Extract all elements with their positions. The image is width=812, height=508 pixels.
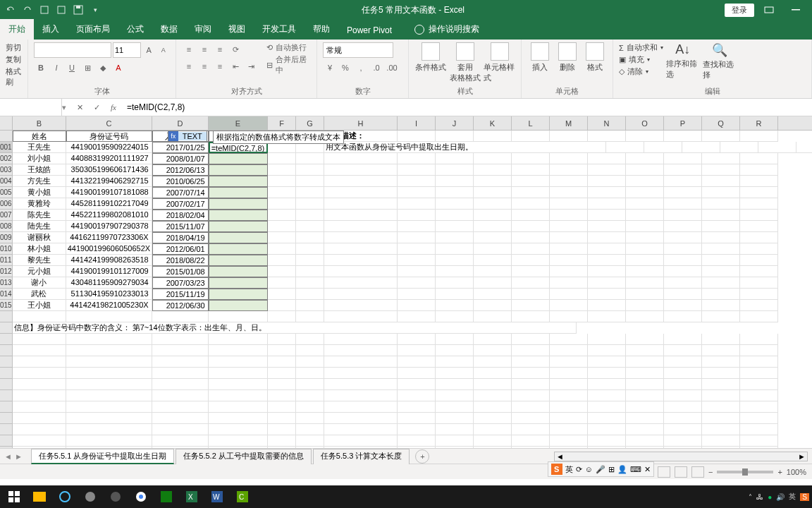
cell[interactable]: [474, 131, 512, 142]
cell[interactable]: [474, 232, 512, 243]
cell[interactable]: [702, 255, 740, 266]
cell[interactable]: [626, 243, 664, 255]
column-header[interactable]: K: [474, 116, 512, 130]
cell[interactable]: [474, 266, 512, 277]
cell-birth[interactable]: [209, 176, 268, 187]
cell[interactable]: [296, 379, 324, 390]
cell[interactable]: [512, 289, 550, 300]
cell[interactable]: [324, 176, 398, 187]
cell[interactable]: [209, 345, 268, 356]
cell[interactable]: [209, 447, 268, 448]
cell[interactable]: [664, 435, 702, 447]
cell[interactable]: [550, 390, 588, 401]
cell[interactable]: [268, 345, 296, 356]
cell[interactable]: [550, 424, 588, 435]
cell[interactable]: [209, 413, 268, 424]
cell[interactable]: [626, 221, 664, 232]
cell-hire[interactable]: 2018/08/22: [152, 255, 209, 266]
align-top-icon[interactable]: ≡: [182, 42, 196, 56]
cell[interactable]: [13, 334, 66, 345]
cell[interactable]: [550, 334, 588, 345]
cell[interactable]: [550, 176, 588, 187]
cell[interactable]: [324, 390, 398, 401]
cell[interactable]: [664, 345, 702, 356]
cell[interactable]: [324, 311, 398, 322]
cell[interactable]: [702, 164, 740, 176]
cell[interactable]: [588, 232, 626, 243]
tab-formulas[interactable]: 公式: [118, 19, 152, 40]
cell[interactable]: [512, 153, 550, 164]
cell[interactable]: [626, 266, 664, 277]
cell[interactable]: [664, 289, 702, 300]
cell-name[interactable]: 陆先生: [13, 221, 66, 232]
tab-view[interactable]: 视图: [220, 19, 254, 40]
cell[interactable]: [588, 187, 626, 198]
cell[interactable]: [324, 198, 398, 210]
cell[interactable]: [664, 379, 702, 390]
cell[interactable]: [550, 232, 588, 243]
cell[interactable]: [550, 255, 588, 266]
cell[interactable]: [626, 311, 664, 322]
cell[interactable]: [474, 424, 512, 435]
comma-icon[interactable]: ,: [354, 61, 368, 75]
cell[interactable]: [588, 164, 626, 176]
cell-birth[interactable]: [209, 221, 268, 232]
cell[interactable]: [398, 356, 436, 368]
cell[interactable]: [588, 266, 626, 277]
cell[interactable]: [626, 300, 664, 311]
cell-id[interactable]: 511304195910233013: [66, 289, 152, 300]
cell[interactable]: [664, 266, 702, 277]
cell[interactable]: [512, 447, 550, 448]
cell[interactable]: [324, 187, 398, 198]
cell[interactable]: [740, 131, 778, 142]
cell[interactable]: [13, 447, 66, 448]
cell[interactable]: [664, 413, 702, 424]
wechat-icon[interactable]: ●: [768, 493, 772, 501]
cell-name[interactable]: 武松: [13, 289, 66, 300]
save-icon[interactable]: [72, 4, 85, 16]
row-header[interactable]: [0, 447, 13, 448]
spreadsheet-grid[interactable]: BCDEFGHIJKLMNOPQR 0010020030040050060070…: [0, 116, 812, 448]
cell[interactable]: [474, 221, 512, 232]
cell-birth[interactable]: [209, 266, 268, 277]
cell[interactable]: [702, 176, 740, 187]
name-box-dropdown-icon[interactable]: ▾: [62, 103, 70, 112]
row-header[interactable]: [0, 345, 13, 356]
qat-btn[interactable]: [38, 4, 51, 16]
cell[interactable]: [13, 356, 66, 368]
cell[interactable]: [398, 232, 436, 243]
explanation-note[interactable]: 信息】身份证号码中数字的含义： 第7~14位数字表示：出生年、月、日。: [13, 322, 577, 334]
cell[interactable]: [474, 334, 512, 345]
cell[interactable]: [626, 334, 664, 345]
cell[interactable]: [626, 289, 664, 300]
cell[interactable]: [740, 311, 778, 322]
row-header[interactable]: 012: [0, 266, 13, 277]
cell-birth[interactable]: [209, 300, 268, 311]
cell[interactable]: [398, 401, 436, 413]
column-header[interactable]: I: [398, 116, 436, 130]
cell-id[interactable]: 441900195909224015: [66, 142, 152, 153]
clear-button[interactable]: ◇清除▾: [619, 66, 663, 77]
cell[interactable]: [268, 401, 296, 413]
cell[interactable]: [436, 447, 474, 448]
cell-name[interactable]: 谢丽秋: [13, 232, 66, 243]
cell[interactable]: [550, 368, 588, 379]
cell[interactable]: [66, 356, 152, 368]
cell-name[interactable]: 黎先生: [13, 255, 66, 266]
cell[interactable]: [588, 311, 626, 322]
cell[interactable]: [398, 153, 436, 164]
cell[interactable]: [398, 435, 436, 447]
cell[interactable]: [796, 142, 812, 153]
cell[interactable]: [66, 345, 152, 356]
cell[interactable]: [550, 401, 588, 413]
cell[interactable]: [664, 390, 702, 401]
cell[interactable]: [550, 289, 588, 300]
row-header[interactable]: 001: [0, 142, 13, 153]
cell[interactable]: [324, 221, 398, 232]
cell[interactable]: [664, 176, 702, 187]
cell[interactable]: [152, 368, 209, 379]
cell[interactable]: [512, 435, 550, 447]
cell[interactable]: [474, 345, 512, 356]
row-header[interactable]: 002: [0, 153, 13, 164]
cell[interactable]: [268, 153, 296, 164]
